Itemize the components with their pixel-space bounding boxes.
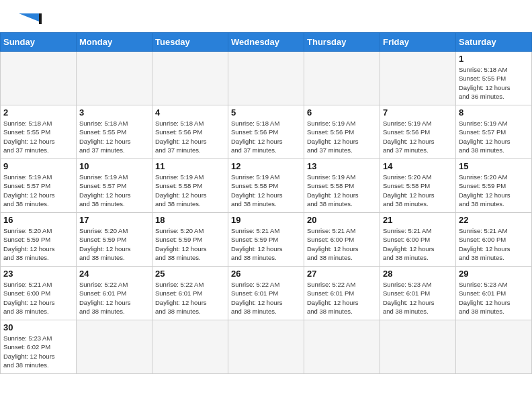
weekday-header-saturday: Saturday [456,33,532,52]
day-info: Sunrise: 5:20 AM Sunset: 5:59 PM Dayligh… [459,173,529,208]
calendar-cell [152,52,228,105]
day-info: Sunrise: 5:18 AM Sunset: 5:56 PM Dayligh… [231,119,301,154]
calendar-cell: 5Sunrise: 5:18 AM Sunset: 5:56 PM Daylig… [228,105,304,159]
day-number: 28 [383,269,453,279]
day-info: Sunrise: 5:19 AM Sunset: 5:57 PM Dayligh… [3,173,73,208]
logo-icon [13,12,47,26]
calendar-cell: 14Sunrise: 5:20 AM Sunset: 5:58 PM Dayli… [380,159,456,213]
day-number: 13 [307,161,377,171]
calendar-cell: 9Sunrise: 5:19 AM Sunset: 5:57 PM Daylig… [1,159,77,213]
week-row-2: 9Sunrise: 5:19 AM Sunset: 5:57 PM Daylig… [1,159,532,213]
day-info: Sunrise: 5:19 AM Sunset: 5:56 PM Dayligh… [383,119,453,154]
day-number: 16 [3,215,73,225]
day-info: Sunrise: 5:20 AM Sunset: 5:59 PM Dayligh… [155,226,225,262]
day-info: Sunrise: 5:22 AM Sunset: 6:01 PM Dayligh… [307,280,377,316]
calendar-cell: 1Sunrise: 5:18 AM Sunset: 5:55 PM Daylig… [456,52,532,105]
weekday-header-friday: Friday [380,33,456,52]
day-number: 15 [459,161,529,171]
day-number: 27 [307,269,377,279]
day-info: Sunrise: 5:19 AM Sunset: 5:56 PM Dayligh… [307,119,377,154]
calendar-cell: 13Sunrise: 5:19 AM Sunset: 5:58 PM Dayli… [304,159,380,213]
weekday-header-monday: Monday [77,33,152,52]
day-info: Sunrise: 5:23 AM Sunset: 6:01 PM Dayligh… [383,280,453,316]
day-number: 12 [231,161,301,171]
calendar-cell: 11Sunrise: 5:19 AM Sunset: 5:58 PM Dayli… [152,159,228,213]
day-info: Sunrise: 5:19 AM Sunset: 5:57 PM Dayligh… [459,119,529,154]
calendar-cell: 12Sunrise: 5:19 AM Sunset: 5:58 PM Dayli… [228,159,304,213]
calendar-cell: 6Sunrise: 5:19 AM Sunset: 5:56 PM Daylig… [304,105,380,159]
calendar-cell [304,320,380,374]
day-number: 20 [307,215,377,225]
calendar-cell: 8Sunrise: 5:19 AM Sunset: 5:57 PM Daylig… [456,105,532,159]
day-number: 2 [3,107,73,118]
weekday-header-wednesday: Wednesday [228,33,304,52]
day-number: 4 [155,107,225,118]
day-info: Sunrise: 5:19 AM Sunset: 5:58 PM Dayligh… [155,173,225,208]
header [0,0,532,32]
day-info: Sunrise: 5:19 AM Sunset: 5:57 PM Dayligh… [79,173,149,208]
day-info: Sunrise: 5:21 AM Sunset: 6:00 PM Dayligh… [307,226,377,262]
day-info: Sunrise: 5:20 AM Sunset: 5:59 PM Dayligh… [3,226,73,262]
svg-rect-1 [39,13,42,24]
calendar-cell: 18Sunrise: 5:20 AM Sunset: 5:59 PM Dayli… [152,213,228,267]
calendar-cell: 30Sunrise: 5:23 AM Sunset: 6:02 PM Dayli… [1,320,77,374]
calendar-cell [380,320,456,374]
calendar-cell: 2Sunrise: 5:18 AM Sunset: 5:55 PM Daylig… [1,105,77,159]
day-info: Sunrise: 5:21 AM Sunset: 6:00 PM Dayligh… [383,226,453,262]
calendar-cell: 17Sunrise: 5:20 AM Sunset: 5:59 PM Dayli… [77,213,152,267]
day-info: Sunrise: 5:21 AM Sunset: 6:00 PM Dayligh… [459,226,529,262]
day-info: Sunrise: 5:20 AM Sunset: 5:58 PM Dayligh… [383,173,453,208]
calendar-cell [456,320,532,374]
day-info: Sunrise: 5:18 AM Sunset: 5:55 PM Dayligh… [79,119,149,154]
day-info: Sunrise: 5:21 AM Sunset: 5:59 PM Dayligh… [231,226,301,262]
day-number: 17 [79,215,149,225]
day-number: 23 [3,269,73,279]
calendar-cell: 23Sunrise: 5:21 AM Sunset: 6:00 PM Dayli… [1,267,77,320]
day-info: Sunrise: 5:21 AM Sunset: 6:00 PM Dayligh… [3,280,73,316]
day-info: Sunrise: 5:23 AM Sunset: 6:01 PM Dayligh… [459,280,529,316]
calendar-cell: 25Sunrise: 5:22 AM Sunset: 6:01 PM Dayli… [152,267,228,320]
day-info: Sunrise: 5:18 AM Sunset: 5:56 PM Dayligh… [155,119,225,154]
day-info: Sunrise: 5:22 AM Sunset: 6:01 PM Dayligh… [155,280,225,316]
day-number: 21 [383,215,453,225]
week-row-4: 23Sunrise: 5:21 AM Sunset: 6:00 PM Dayli… [1,267,532,320]
calendar-cell [304,52,380,105]
week-row-5: 30Sunrise: 5:23 AM Sunset: 6:02 PM Dayli… [1,320,532,374]
calendar-cell: 29Sunrise: 5:23 AM Sunset: 6:01 PM Dayli… [456,267,532,320]
calendar-cell [228,320,304,374]
calendar-cell: 26Sunrise: 5:22 AM Sunset: 6:01 PM Dayli… [228,267,304,320]
calendar-cell: 3Sunrise: 5:18 AM Sunset: 5:55 PM Daylig… [77,105,152,159]
calendar-cell: 21Sunrise: 5:21 AM Sunset: 6:00 PM Dayli… [380,213,456,267]
day-info: Sunrise: 5:19 AM Sunset: 5:58 PM Dayligh… [307,173,377,208]
calendar-cell: 28Sunrise: 5:23 AM Sunset: 6:01 PM Dayli… [380,267,456,320]
day-number: 9 [3,161,73,171]
day-number: 22 [459,215,529,225]
day-number: 19 [231,215,301,225]
calendar-cell [228,52,304,105]
day-info: Sunrise: 5:22 AM Sunset: 6:01 PM Dayligh… [79,280,149,316]
calendar-cell: 22Sunrise: 5:21 AM Sunset: 6:00 PM Dayli… [456,213,532,267]
day-info: Sunrise: 5:18 AM Sunset: 5:55 PM Dayligh… [3,119,73,154]
week-row-3: 16Sunrise: 5:20 AM Sunset: 5:59 PM Dayli… [1,213,532,267]
svg-marker-0 [19,13,39,21]
calendar-cell [1,52,77,105]
day-number: 7 [383,107,453,118]
calendar-cell [77,52,152,105]
weekday-header-row: SundayMondayTuesdayWednesdayThursdayFrid… [1,33,532,52]
day-info: Sunrise: 5:22 AM Sunset: 6:01 PM Dayligh… [231,280,301,316]
weekday-header-tuesday: Tuesday [152,33,228,52]
day-number: 1 [459,54,529,64]
weekday-header-thursday: Thursday [304,33,380,52]
day-number: 6 [307,107,377,118]
day-number: 26 [231,269,301,279]
calendar-cell: 24Sunrise: 5:22 AM Sunset: 6:01 PM Dayli… [77,267,152,320]
calendar-cell: 10Sunrise: 5:19 AM Sunset: 5:57 PM Dayli… [77,159,152,213]
day-info: Sunrise: 5:18 AM Sunset: 5:55 PM Dayligh… [459,65,529,101]
day-number: 24 [79,269,149,279]
calendar-cell: 7Sunrise: 5:19 AM Sunset: 5:56 PM Daylig… [380,105,456,159]
day-number: 10 [79,161,149,171]
day-number: 11 [155,161,225,171]
day-info: Sunrise: 5:20 AM Sunset: 5:59 PM Dayligh… [79,226,149,262]
calendar-cell [380,52,456,105]
calendar-cell: 27Sunrise: 5:22 AM Sunset: 6:01 PM Dayli… [304,267,380,320]
